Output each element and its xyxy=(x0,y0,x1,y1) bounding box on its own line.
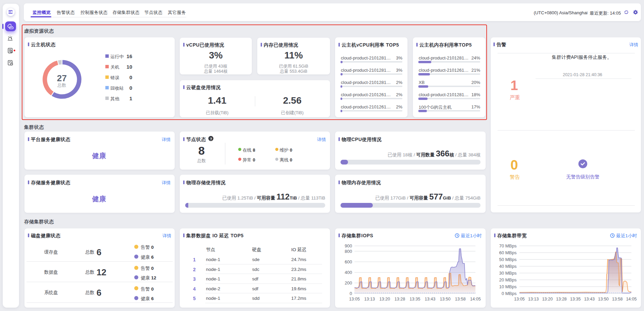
svg-text:800: 800 xyxy=(345,249,352,254)
svg-text:400: 400 xyxy=(345,270,352,275)
svg-text:13:35: 13:35 xyxy=(410,297,420,301)
svg-text:40 MBps: 40 MBps xyxy=(499,264,517,269)
svg-text:900: 900 xyxy=(345,243,352,248)
svg-text:13:50: 13:50 xyxy=(440,297,450,301)
svg-text:13:13: 13:13 xyxy=(528,297,539,301)
svg-text:13:35: 13:35 xyxy=(570,297,580,301)
svg-text:13:58: 13:58 xyxy=(612,297,623,301)
svg-text:10 MBps: 10 MBps xyxy=(499,284,517,289)
svg-text:200: 200 xyxy=(345,280,352,286)
svg-text:60 MBps: 60 MBps xyxy=(499,250,517,255)
svg-text:13:28: 13:28 xyxy=(556,297,567,301)
svg-text:70 MBps: 70 MBps xyxy=(499,243,517,248)
svg-text:600: 600 xyxy=(345,259,352,264)
svg-text:50 MBps: 50 MBps xyxy=(499,257,517,262)
svg-text:0: 0 xyxy=(350,291,352,296)
svg-text:13:50: 13:50 xyxy=(598,297,609,301)
svg-text:13:13: 13:13 xyxy=(364,297,375,301)
svg-text:13:28: 13:28 xyxy=(395,297,405,301)
svg-text:13:43: 13:43 xyxy=(584,297,595,301)
svg-text:13:05: 13:05 xyxy=(349,297,360,301)
svg-text:0 MBps: 0 MBps xyxy=(502,291,517,296)
svg-text:20 MBps: 20 MBps xyxy=(499,277,517,282)
svg-text:13:58: 13:58 xyxy=(455,297,466,301)
svg-text:30 MBps: 30 MBps xyxy=(499,271,517,276)
svg-text:14:05: 14:05 xyxy=(470,297,481,301)
svg-text:14:05: 14:05 xyxy=(626,297,637,301)
svg-text:13:20: 13:20 xyxy=(379,297,390,301)
svg-text:13:05: 13:05 xyxy=(514,297,525,301)
svg-text:13:20: 13:20 xyxy=(542,297,553,301)
svg-text:13:43: 13:43 xyxy=(425,297,435,301)
